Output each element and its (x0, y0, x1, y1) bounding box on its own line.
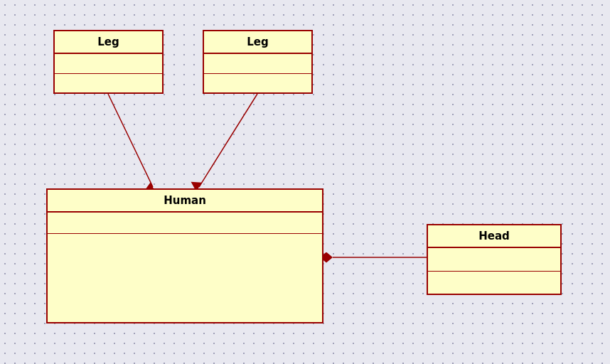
leg1-title: Leg (55, 31, 162, 54)
leg2-box: Leg (203, 30, 313, 94)
head-title: Head (428, 225, 560, 248)
leg2-to-human-arrow (199, 94, 257, 187)
leg2-section2 (204, 74, 311, 93)
human-box: Human (46, 188, 323, 323)
human-section1 (48, 213, 322, 234)
leg1-to-human-arrow (108, 94, 153, 187)
leg2-title: Leg (204, 31, 311, 54)
human-section2 (48, 234, 322, 322)
leg1-section1 (55, 54, 162, 74)
head-box: Head (427, 224, 562, 295)
head-section2 (428, 272, 560, 294)
leg2-section1 (204, 54, 311, 74)
head-section1 (428, 248, 560, 272)
leg1-box: Leg (53, 30, 164, 94)
human-title: Human (48, 190, 322, 213)
leg1-section2 (55, 74, 162, 93)
